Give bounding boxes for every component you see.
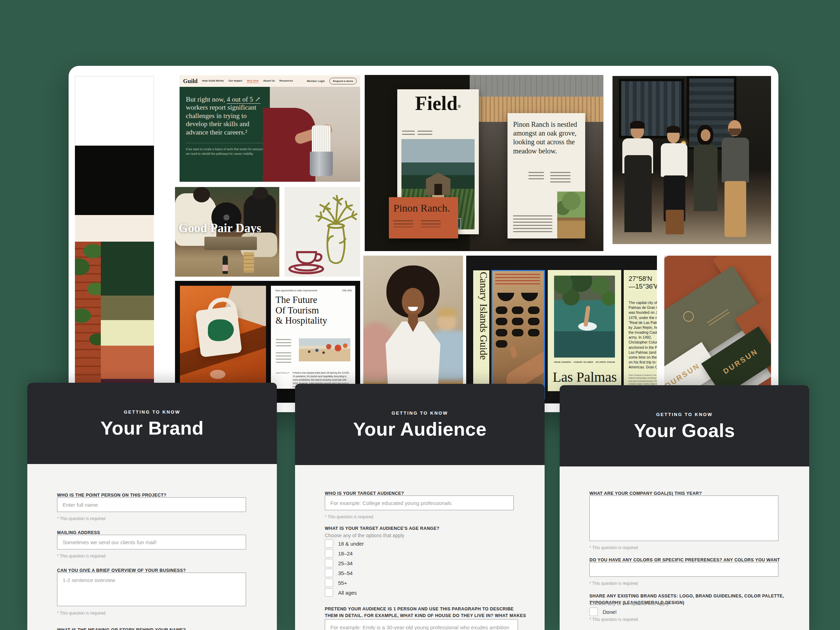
swatch-white [75, 76, 154, 146]
pinon-ranch-title: Pinon Ranch. [393, 202, 450, 214]
guild-member-login: Member Login [307, 79, 325, 83]
target-audience-input[interactable] [325, 495, 514, 510]
tourism-meta-lines-2 [276, 352, 291, 365]
tourism-kicker: New opportunities to make improvements [275, 289, 317, 292]
mailing-address-input[interactable] [57, 535, 246, 549]
field-meta-col1 [402, 131, 415, 136]
field-pinon-collage: Field® Pinon Ranch. Pinon Ranch i [365, 75, 603, 251]
dursun-stationery-photo: DURSUN DURSUN DURSUN [664, 256, 771, 396]
point-person-input[interactable] [57, 497, 246, 512]
dursun-wordmark-green-card: DURSUN [722, 347, 760, 376]
poster-labels: GRAN CANARIA CANARY ISLANDS ATLANTIC OCE… [554, 361, 615, 363]
guild-website-screenshot: Guild How Guild Works Our Impact Why Now… [180, 75, 360, 182]
form-audience-eyebrow: GETTING TO KNOW [295, 410, 545, 416]
label-gran-canaria: GRAN CANARIA [554, 361, 571, 363]
dome-left [497, 293, 514, 301]
label-atlantic-ocean: ATLANTIC OCEAN [596, 361, 615, 363]
gold-logo-circle [681, 309, 695, 324]
beach-photo [299, 338, 351, 361]
ivy-brick-photo [75, 242, 101, 399]
quote-body-lines [513, 215, 552, 234]
color-preferences-input[interactable] [589, 562, 778, 577]
las-palmas-title: Las Palmas [553, 369, 617, 385]
checkbox-all-ages[interactable] [325, 588, 333, 597]
checkbox-35-54[interactable] [325, 569, 333, 577]
required-note: * This question is required [589, 545, 638, 550]
name-story-label: WHAT IS THE MEANING OR STORY BEHIND YOUR… [57, 627, 253, 630]
staff-face-3 [701, 129, 711, 141]
page: Guild How Guild Works Our Impact Why Now… [0, 0, 840, 630]
guild-nav-why-now: Why Now [247, 79, 259, 83]
done-option-label: Done! [603, 609, 617, 615]
coords-lon: —15°36'W [628, 283, 657, 290]
coords-lat: 27°58'N [628, 275, 657, 283]
canary-vertical-title: Canary Islands Guide [473, 270, 489, 399]
guild-paragraph: If we want to create a future of work th… [186, 147, 267, 156]
envelope-text-lines [707, 309, 731, 328]
stool-2 [666, 210, 684, 234]
staff-pants-4 [725, 181, 746, 237]
color-palette-strip [75, 76, 154, 399]
blurred-man-hair [437, 307, 456, 317]
good-pair-days-title: Good Pair Days [178, 221, 261, 235]
moodboard-frame: Guild How Guild Works Our Impact Why Now… [69, 66, 778, 412]
checkbox-done[interactable] [589, 608, 598, 616]
guild-nav-about-us: About Us [263, 79, 275, 83]
company-goals-textarea[interactable] [589, 495, 778, 541]
form-brand-title: Your Brand [27, 417, 277, 439]
form-goals-title: Your Goals [560, 419, 809, 441]
person-head-left [193, 187, 210, 203]
checkbox-25-34[interactable] [325, 559, 333, 567]
woman-portrait-photo [363, 256, 463, 400]
good-pair-days-photo: Good Pair Days [175, 187, 279, 277]
business-overview-textarea[interactable] [57, 573, 246, 606]
required-note: * This question is required [589, 581, 638, 586]
quote-meta-col1 [529, 172, 544, 180]
form-goals-eyebrow: GETTING TO KNOW [560, 412, 809, 417]
guild-nav-resources: Resources [279, 79, 293, 83]
guild-nav-how-it-works: How Guild Works [202, 79, 224, 83]
age-option-row: 18–24 [325, 549, 353, 557]
guild-header: Guild How Guild Works Our Impact Why Now… [180, 75, 360, 87]
age-option-row: 35–54 [325, 569, 353, 577]
las-palmas-poster: GRAN CANARIA CANARY ISLANDS ATLANTIC OCE… [548, 270, 621, 391]
barn-door [434, 184, 442, 195]
person-head-right [253, 187, 268, 199]
form-your-goals: GETTING TO KNOW Your Goals WHAT ARE YOUR… [560, 385, 809, 630]
quote-meta-col2 [550, 172, 570, 183]
pinon-ranch-card: Pinon Ranch. [389, 197, 458, 239]
stereo-receiver [204, 237, 257, 250]
guild-nav-our-impact: Our Impact [229, 79, 243, 83]
staff-jacket-3 [694, 145, 717, 211]
swatch-cream [75, 215, 154, 242]
jenga-tower [243, 252, 254, 272]
checkbox-18-24[interactable] [325, 549, 333, 557]
form-brand-eyebrow: GETTING TO KNOW [27, 409, 277, 415]
staff-hair-1 [630, 121, 645, 128]
staff-tee-2 [661, 143, 687, 177]
required-note: * This question is required [589, 617, 638, 622]
pinon-quote: Pinon Ranch is nestled amongst an oak gr… [513, 120, 578, 155]
checkbox-55-plus[interactable] [325, 579, 333, 587]
flowers-vase-icon [284, 187, 360, 277]
field-logo: Field® [397, 92, 479, 114]
barista-shirt [263, 108, 315, 182]
age-option-label: 55+ [338, 580, 347, 586]
checkbox-18-under[interactable] [325, 539, 333, 548]
restaurant-staff-photo [613, 76, 771, 244]
abstract-label: ABSTRACT [276, 372, 290, 374]
age-range-label: WHAT IS YOUR TARGET AUDIENCE'S AGE RANGE… [325, 525, 521, 532]
paper-straws [312, 125, 331, 154]
persona-textarea[interactable] [325, 619, 518, 630]
pool-dive-photo [554, 275, 615, 358]
age-range-hint: Choose any of the options that apply [325, 533, 404, 538]
form-your-brand: GETTING TO KNOW Your Brand WHO IS THE PO… [27, 383, 277, 630]
pinon-quote-card: Pinon Ranch is nestled amongst an oak gr… [507, 113, 585, 239]
required-note: * This question is required [325, 514, 373, 519]
elevator-red-text [495, 274, 540, 286]
metal-cup [310, 152, 333, 176]
swatch-pale-green [101, 320, 154, 346]
tourism-code: E55–80N [342, 289, 352, 292]
age-option-row: 55+ [325, 579, 347, 587]
tourism-title: The Future Of Tourism & Hospitality [275, 295, 327, 326]
